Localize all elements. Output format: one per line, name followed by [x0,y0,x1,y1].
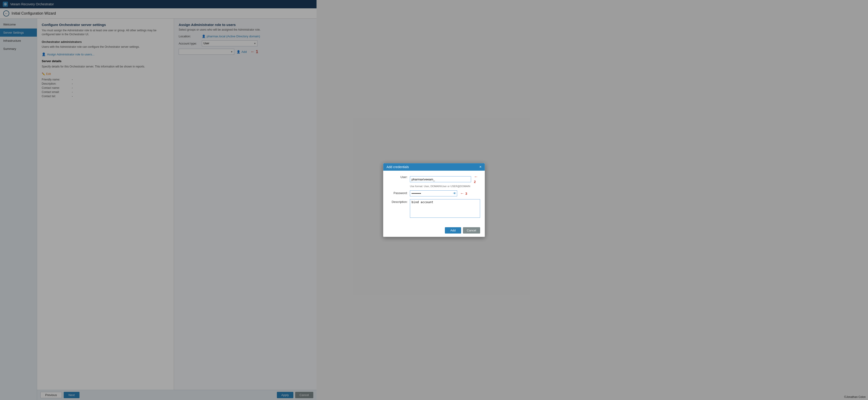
modal-overlay: Add credentials × User: ← 2 Use format: … [0,0,316,400]
